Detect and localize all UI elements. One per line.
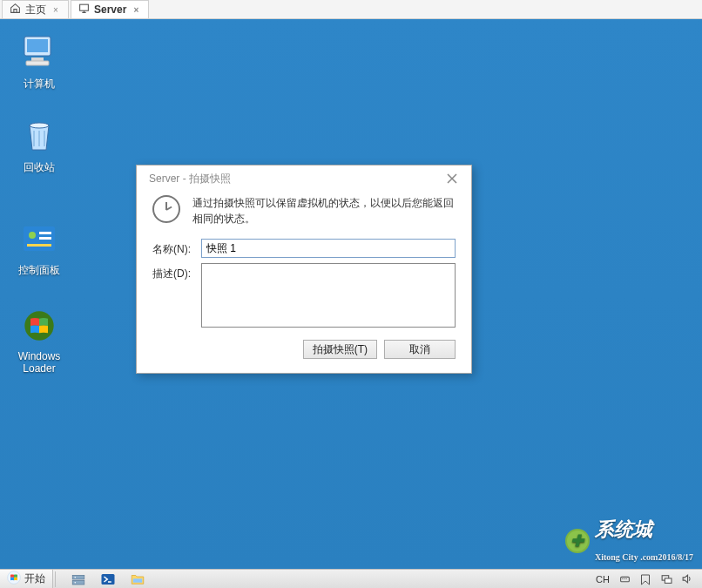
tray-ime-indicator[interactable]: CH: [596, 574, 610, 585]
dialog-titlebar[interactable]: Server - 拍摄快照: [137, 166, 471, 192]
snapshot-dialog: Server - 拍摄快照 通过拍摄快照可以保留虚拟机的状态，以便以后您能返回相…: [136, 165, 472, 374]
svg-rect-10: [27, 244, 51, 247]
tray-ime-icon[interactable]: [618, 573, 631, 585]
dialog-close-button[interactable]: [440, 170, 464, 187]
watermark-logo-icon: ✚: [565, 529, 590, 553]
desktop-icon-control-panel[interactable]: 控制面板: [7, 218, 71, 278]
svg-point-16: [75, 582, 77, 584]
server-manager-icon: [70, 571, 87, 587]
svg-rect-9: [39, 237, 51, 240]
name-label: 名称(N):: [152, 239, 196, 257]
control-panel-icon: [18, 218, 60, 260]
svg-rect-13: [72, 575, 84, 579]
desktop-icon-label: Windows Loader: [7, 350, 71, 375]
quick-launch-explorer[interactable]: [125, 571, 151, 588]
system-tray: CH: [587, 573, 702, 585]
tab-server-label: Server: [94, 3, 126, 16]
svg-rect-21: [665, 578, 672, 583]
vm-tab-strip: 主页 × Server ×: [0, 0, 702, 19]
close-icon[interactable]: ×: [51, 4, 61, 15]
guest-taskbar: 开始 CH: [0, 569, 702, 588]
dialog-info-text: 通过拍摄快照可以保留虚拟机的状态，以便以后您能返回相同的状态。: [192, 195, 456, 226]
home-icon: [10, 3, 21, 17]
desktop-icon-recycle-bin[interactable]: 回收站: [7, 115, 71, 175]
take-snapshot-button[interactable]: 拍摄快照(T): [303, 340, 377, 359]
cancel-button[interactable]: 取消: [384, 340, 456, 359]
svg-point-7: [29, 232, 36, 239]
close-icon: [447, 173, 457, 184]
windows-loader-icon: [18, 305, 60, 347]
svg-rect-14: [72, 580, 84, 585]
tab-home-label: 主页: [25, 3, 46, 17]
svg-point-15: [75, 577, 77, 578]
svg-rect-8: [39, 232, 51, 234]
quick-launch-powershell[interactable]: [95, 571, 121, 588]
tab-home[interactable]: 主页 ×: [2, 0, 69, 18]
quick-launch: [62, 571, 154, 588]
separator: [55, 571, 60, 587]
svg-rect-18: [133, 578, 143, 583]
quick-launch-server-manager[interactable]: [65, 571, 91, 588]
vm-icon: [78, 3, 90, 17]
description-label: 描述(D):: [152, 263, 196, 281]
dialog-title: Server - 拍摄快照: [149, 172, 231, 186]
guest-desktop: 计算机 回收站 控制面板: [0, 19, 702, 569]
svg-rect-0: [80, 4, 89, 10]
desktop-icon-label: 回收站: [24, 160, 55, 175]
snapshot-description-input[interactable]: [201, 263, 456, 328]
start-button[interactable]: 开始: [0, 570, 53, 589]
start-label: 开始: [24, 571, 45, 586]
watermark-text: 系统城: [595, 518, 652, 540]
explorer-icon: [128, 571, 147, 587]
powershell-icon: [99, 571, 117, 587]
close-icon[interactable]: ×: [131, 4, 141, 15]
tray-action-center-icon[interactable]: [639, 573, 651, 585]
snapshot-name-input[interactable]: [201, 239, 456, 258]
tab-server[interactable]: Server ×: [71, 0, 149, 18]
svg-rect-4: [26, 61, 49, 65]
watermark: ✚ 系统城 Xitong City .com2016/8/17: [565, 517, 693, 565]
clock-icon: [152, 195, 180, 223]
desktop-icon-windows-loader[interactable]: Windows Loader: [7, 305, 71, 375]
svg-point-5: [30, 123, 49, 128]
svg-rect-2: [27, 39, 48, 52]
computer-icon: [18, 31, 60, 73]
tray-network-icon[interactable]: [660, 573, 672, 585]
recycle-bin-icon: [18, 115, 60, 157]
windows-logo-icon: [7, 571, 21, 587]
desktop-icon-label: 计算机: [24, 77, 55, 91]
tray-volume-icon[interactable]: [681, 573, 693, 585]
desktop-icon-label: 控制面板: [18, 263, 60, 278]
svg-rect-3: [31, 57, 44, 61]
desktop-icon-computer[interactable]: 计算机: [7, 31, 71, 91]
watermark-subtext: Xitong City .com2016/8/17: [595, 552, 693, 562]
